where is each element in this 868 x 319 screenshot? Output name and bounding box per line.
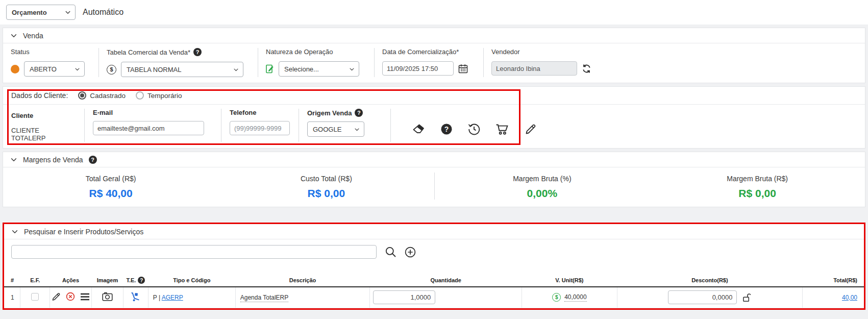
lock-open-icon[interactable] (742, 293, 751, 302)
chevron-down-icon (65, 9, 71, 15)
venda-fields-row: Status ABERTO Tabela Comercial da Venda*… (3, 43, 865, 83)
margens-section: Margens de Venda ? Total Geral (R$) R$ 4… (3, 152, 865, 207)
quantidade-input[interactable] (373, 290, 435, 304)
radio-selected-icon (78, 91, 86, 100)
radio-cadastrado[interactable]: Cadastrado (78, 91, 126, 100)
pencil-icon[interactable] (525, 123, 537, 135)
document-type-select[interactable]: Orçamento (6, 5, 76, 20)
col-num: # (4, 274, 20, 287)
total-link[interactable]: 40,00 (842, 294, 857, 301)
chevron-down-icon (354, 127, 360, 132)
origem-venda-value: GOOGLE (313, 126, 341, 133)
tabela-comercial-field: Tabela Comercial da Venda* ? $ TABELA NO… (99, 48, 258, 77)
chevron-down-icon (75, 66, 80, 72)
custo-total-cell: Custo Total (R$) R$ 0,00 (218, 173, 434, 200)
data-comercializacao-input[interactable] (382, 61, 454, 76)
email-input[interactable] (93, 121, 204, 135)
history-icon[interactable] (468, 123, 480, 135)
status-select[interactable]: ABERTO (24, 61, 85, 77)
dados-cliente-fields: Cliente CLIENTE TOTALERP E-mail Telefone… (3, 105, 865, 148)
chevron-down-icon[interactable] (11, 228, 18, 235)
vendedor-input (491, 61, 577, 76)
vunit-value[interactable]: 40,0000 (564, 293, 586, 302)
help-circle-icon[interactable]: ? (355, 109, 363, 117)
dollar-circle-icon[interactable]: $ (552, 293, 561, 302)
produtos-table-header-row: # E.F. Ações Imagem T.E.? Tipo e Código … (4, 274, 864, 287)
col-tipo-codigo: Tipo e Código (148, 274, 235, 287)
produtos-search-row (4, 239, 864, 263)
handtruck-icon[interactable] (131, 292, 140, 302)
table-row: 1 (4, 287, 864, 308)
telefone-field-group: Telefone (221, 109, 299, 142)
produtos-section-title: Pesquisar e Inserir Produtos/Serviços (24, 228, 143, 236)
telefone-label: Telefone (230, 109, 289, 116)
produtos-search-input[interactable] (11, 245, 377, 259)
venda-section: Venda Status ABERTO Tabela Comercial da … (3, 28, 865, 83)
tabela-comercial-select[interactable]: TABELA NORMAL (121, 62, 243, 77)
margem-bruta-pct-label: Margem Bruta (%) (435, 175, 650, 183)
col-te: T.E.? (123, 274, 148, 287)
natureza-operacao-field: Natureza de Operação Selecione... (258, 48, 375, 77)
edit-row-pencil-icon[interactable] (52, 292, 61, 301)
chevron-down-icon (233, 67, 239, 72)
cliente-label: Cliente (11, 112, 75, 119)
produtos-section: Pesquisar e Inserir Produtos/Serviços # … (3, 223, 865, 310)
col-imagem: Imagem (92, 274, 123, 287)
chevron-down-icon[interactable] (10, 156, 17, 163)
eraser-icon[interactable] (412, 124, 425, 134)
codigo-link[interactable]: AGERP (162, 294, 183, 301)
origem-venda-field-group: Origem Venda ? GOOGLE (299, 109, 391, 142)
data-comercializacao-label: Data de Comercialização* (382, 48, 475, 56)
origem-venda-select[interactable]: GOOGLE (307, 121, 364, 137)
tabela-comercial-value: TABELA NORMAL (127, 66, 181, 73)
add-circle-icon[interactable] (405, 247, 416, 258)
tipo-prefix: P | (153, 294, 162, 301)
margem-bruta-pct-cell: Margem Bruta (%) 0,00% (435, 173, 650, 200)
document-type-value: Orçamento (12, 9, 47, 16)
help-circle-icon[interactable]: ? (193, 48, 202, 56)
vendedor-field: Vendedor (484, 48, 600, 77)
help-circle-icon[interactable]: ? (138, 277, 145, 284)
help-circle-icon[interactable]: ? (440, 123, 453, 135)
venda-section-header[interactable]: Venda (3, 28, 865, 43)
custo-total-value: R$ 0,00 (218, 187, 434, 200)
cliente-field: Cliente CLIENTE TOTALERP (3, 109, 85, 142)
total-geral-cell: Total Geral (R$) R$ 40,00 (3, 173, 218, 200)
calendar-icon[interactable] (458, 64, 468, 73)
natureza-operacao-select[interactable]: Selecione... (279, 61, 359, 77)
margem-bruta-rs-cell: Margem Bruta (R$) R$ 0,00 (650, 173, 865, 200)
page: Orçamento Automático Venda Status ABERTO (0, 0, 868, 319)
topbar: Orçamento Automático (0, 0, 868, 24)
tabela-comercial-label: Tabela Comercial da Venda* (107, 48, 190, 56)
menu-icon[interactable] (80, 293, 90, 301)
ef-checkbox[interactable] (31, 293, 39, 301)
radio-cadastrado-label: Cadastrado (90, 92, 126, 100)
cart-icon[interactable] (495, 123, 509, 135)
margem-bruta-pct-value: 0,00% (435, 187, 650, 200)
radio-temporario-label: Temporário (147, 92, 182, 100)
search-icon[interactable] (385, 246, 396, 258)
margens-section-header[interactable]: Margens de Venda ? (3, 152, 865, 167)
margens-values: Total Geral (R$) R$ 40,00 Custo Total (R… (3, 167, 865, 207)
dados-cliente-title: Dados do Cliente: (11, 91, 68, 100)
col-descricao: Descrição (235, 274, 369, 287)
refresh-icon[interactable] (582, 64, 591, 73)
chevron-down-icon[interactable] (10, 32, 17, 39)
desconto-input[interactable] (668, 290, 737, 304)
margens-section-title: Margens de Venda (23, 156, 83, 164)
radio-temporario[interactable]: Temporário (136, 91, 182, 100)
natureza-operacao-label: Natureza de Operação (266, 48, 366, 56)
telefone-input[interactable] (230, 121, 290, 135)
delete-circle-icon[interactable] (66, 292, 75, 301)
help-circle-icon[interactable]: ? (89, 156, 97, 164)
margem-bruta-rs-label: Margem Bruta (R$) (650, 175, 865, 183)
produtos-section-header[interactable]: Pesquisar e Inserir Produtos/Serviços (4, 224, 864, 239)
camera-icon[interactable] (102, 292, 113, 301)
email-label: E-mail (93, 109, 212, 116)
status-value: ABERTO (30, 65, 57, 73)
row-number: 1 (4, 287, 20, 308)
col-vunit: V. Unit(R$) (522, 274, 617, 287)
origem-venda-label: Origem Venda (307, 109, 352, 117)
descricao-text[interactable]: Agenda TotalERP (240, 294, 289, 302)
status-label: Status (11, 48, 90, 56)
